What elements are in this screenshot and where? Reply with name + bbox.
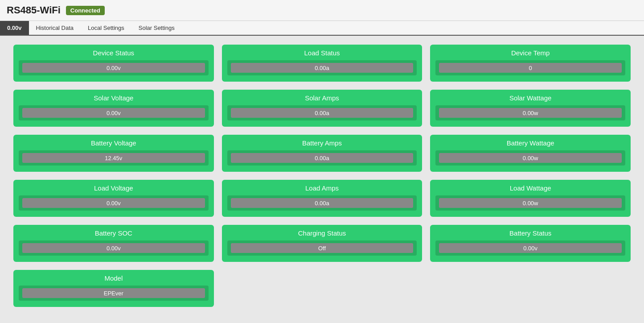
card-battery-voltage-title: Battery Voltage (19, 139, 209, 147)
card-load-status-title: Load Status (227, 49, 417, 57)
tab-voltage[interactable]: 0.00v (0, 21, 29, 35)
card-battery-voltage-value: 12.45v (105, 155, 122, 162)
card-battery-amps-title: Battery Amps (227, 139, 417, 147)
card-load-wattage-bar: 0.00w (439, 198, 622, 208)
cards-row-6: Model EPEver (13, 270, 631, 307)
card-load-wattage-value: 0.00w (523, 200, 538, 207)
card-battery-soc-bar: 0.00v (22, 243, 205, 253)
card-load-amps-value: 0.00a (315, 200, 329, 207)
card-charging-status-value: Off (318, 245, 326, 252)
tab-solar-settings[interactable]: Solar Settings (131, 21, 182, 35)
card-battery-wattage-value: 0.00w (523, 155, 538, 162)
card-battery-wattage-bar: 0.00w (439, 153, 622, 163)
card-device-temp-value: 0 (529, 65, 532, 71)
card-charging-status-bar: Off (231, 243, 414, 253)
cards-row-4: Load Voltage 0.00v Load Amps 0.00a Load … (13, 180, 631, 217)
card-solar-wattage-value: 0.00w (523, 110, 538, 116)
card-device-temp: Device Temp 0 (430, 45, 631, 82)
cards-row-3: Battery Voltage 12.45v Battery Amps 0.00… (13, 135, 631, 172)
nav-bar: 0.00v Historical Data Local Settings Sol… (0, 21, 644, 36)
card-load-amps-bar: 0.00a (231, 198, 414, 208)
card-load-voltage-value: 0.00v (107, 200, 121, 207)
card-charging-status: Charging Status Off (222, 225, 422, 262)
card-solar-amps-title: Solar Amps (227, 94, 417, 102)
card-model-bar: EPEver (22, 288, 205, 298)
card-battery-amps-value: 0.00a (315, 155, 329, 162)
card-solar-voltage-title: Solar Voltage (19, 94, 209, 102)
card-solar-amps-value: 0.00a (315, 110, 329, 116)
card-device-status-title: Device Status (19, 49, 209, 57)
card-solar-voltage-bar: 0.00v (22, 108, 205, 118)
card-device-status-value: 0.00v (107, 65, 121, 71)
card-load-voltage-bar: 0.00v (22, 198, 205, 208)
card-load-status-value: 0.00a (315, 65, 329, 71)
card-solar-voltage: Solar Voltage 0.00v (13, 90, 214, 127)
card-battery-wattage: Battery Wattage 0.00w (430, 135, 631, 172)
card-battery-status-bar: 0.00v (439, 243, 622, 253)
main-content: Device Status 0.00v Load Status 0.00a De… (0, 36, 644, 316)
card-battery-amps-bar: 0.00a (231, 153, 414, 163)
card-solar-wattage: Solar Wattage 0.00w (430, 90, 631, 127)
card-model-title: Model (19, 274, 209, 282)
card-load-amps-title: Load Amps (227, 184, 417, 192)
card-load-status-bar: 0.00a (231, 63, 414, 73)
card-load-voltage-title: Load Voltage (19, 184, 209, 192)
card-load-amps: Load Amps 0.00a (222, 180, 422, 217)
tab-historical-data[interactable]: Historical Data (29, 21, 81, 35)
card-solar-voltage-value: 0.00v (107, 110, 121, 116)
card-solar-amps: Solar Amps 0.00a (222, 90, 422, 127)
card-load-status: Load Status 0.00a (222, 45, 422, 82)
card-solar-amps-bar: 0.00a (231, 108, 414, 118)
card-load-wattage-title: Load Wattage (435, 184, 625, 192)
card-battery-wattage-title: Battery Wattage (435, 139, 625, 147)
card-device-temp-title: Device Temp (435, 49, 625, 57)
card-battery-soc: Battery SOC 0.00v (13, 225, 214, 262)
card-solar-wattage-title: Solar Wattage (435, 94, 625, 102)
card-load-wattage: Load Wattage 0.00w (430, 180, 631, 217)
card-model-value: EPEver (104, 290, 123, 297)
card-device-status-bar: 0.00v (22, 63, 205, 73)
card-device-temp-bar: 0 (439, 63, 622, 73)
card-load-voltage: Load Voltage 0.00v (13, 180, 214, 217)
card-device-status: Device Status 0.00v (13, 45, 214, 82)
connection-badge: Connected (66, 6, 105, 15)
cards-row-1: Device Status 0.00v Load Status 0.00a De… (13, 45, 631, 82)
card-battery-voltage: Battery Voltage 12.45v (13, 135, 214, 172)
card-battery-status: Battery Status 0.00v (430, 225, 631, 262)
card-battery-status-value: 0.00v (523, 245, 537, 252)
card-battery-amps: Battery Amps 0.00a (222, 135, 422, 172)
cards-row-2: Solar Voltage 0.00v Solar Amps 0.00a Sol… (13, 90, 631, 127)
tab-local-settings[interactable]: Local Settings (81, 21, 131, 35)
card-battery-soc-title: Battery SOC (19, 229, 209, 237)
app-title: RS485-WiFi (7, 4, 61, 16)
cards-row-5: Battery SOC 0.00v Charging Status Off Ba… (13, 225, 631, 262)
card-model: Model EPEver (13, 270, 214, 307)
card-battery-voltage-bar: 12.45v (22, 153, 205, 163)
app-header: RS485-WiFi Connected (0, 0, 644, 21)
card-battery-soc-value: 0.00v (107, 245, 121, 252)
card-solar-wattage-bar: 0.00w (439, 108, 622, 118)
card-battery-status-title: Battery Status (435, 229, 625, 237)
card-charging-status-title: Charging Status (227, 229, 417, 237)
